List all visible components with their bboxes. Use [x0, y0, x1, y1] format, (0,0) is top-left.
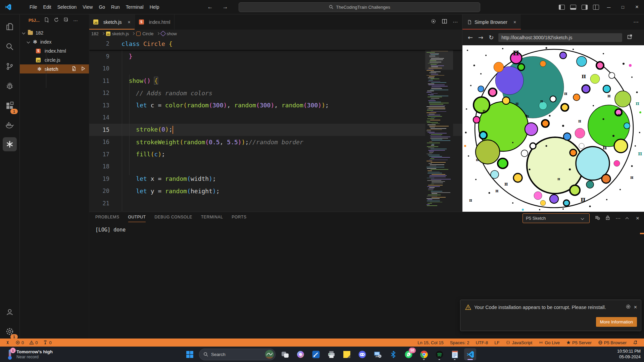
activity-account-icon[interactable] [3, 305, 17, 319]
activity-search-icon[interactable] [3, 40, 17, 54]
tree-item-sketch[interactable]: ✻sketch [20, 64, 89, 73]
activity-extensions-icon[interactable]: 1 [3, 99, 17, 113]
status-javascript[interactable]: JavaScript [506, 340, 532, 345]
more-information-button[interactable]: More Information [596, 317, 637, 327]
command-center-search[interactable]: TheCodingTrain Challenges [239, 2, 480, 12]
breadcrumb-Circle[interactable]: Circle [136, 31, 153, 36]
breadcrumb-show[interactable]: show [161, 31, 177, 36]
panel-tab-ports[interactable]: PORTS [232, 215, 246, 222]
close-panel-icon[interactable]: × [636, 215, 639, 222]
menu-view[interactable]: View [80, 3, 96, 11]
panel-tab-problems[interactable]: PROBLEMS [95, 215, 119, 222]
status-utf-8[interactable]: UTF-8 [476, 340, 488, 345]
split-editor-icon[interactable] [442, 18, 447, 25]
weather-widget[interactable]: 1 Tomorrow's high Near record [7, 349, 53, 360]
tree-item-index.html[interactable]: 5index.html [20, 46, 89, 55]
lock-icon[interactable] [605, 215, 610, 222]
code-editor[interactable]: 2class Circle {9 }1011 show() {12 // Add… [89, 38, 462, 212]
maximize-panel-icon[interactable] [626, 217, 629, 221]
status-go-live[interactable]: Go Live [539, 340, 560, 345]
customize-layout-icon[interactable] [593, 5, 599, 10]
taskbar-search[interactable]: Search [199, 349, 276, 360]
run-settings-icon[interactable] [431, 18, 436, 25]
toggle-secondary-sidebar-icon[interactable] [582, 5, 588, 10]
activity-gear-icon[interactable]: 1 [3, 324, 17, 339]
menu-terminal[interactable]: Terminal [123, 3, 147, 11]
notepad-icon[interactable] [449, 348, 461, 360]
close-tab-icon[interactable]: × [128, 19, 130, 25]
status-lf[interactable]: LF [494, 340, 499, 345]
open-external-icon[interactable] [627, 34, 633, 41]
open-sketch-file-icon[interactable] [71, 66, 77, 72]
url-input[interactable]: http://localhost:3000/182\sketch.js [498, 33, 622, 42]
tree-item-circle.js[interactable]: JScircle.js [20, 55, 89, 64]
tree-item-182[interactable]: 182 [20, 28, 89, 37]
status-remote[interactable] [5, 340, 10, 345]
tab-index.html[interactable]: 5index.html [135, 14, 175, 30]
status-p5-browser[interactable]: P5 Browser [598, 340, 627, 345]
more-actions-icon[interactable]: ⋯ [73, 18, 78, 23]
status-tower[interactable]: 0 [43, 340, 51, 345]
status-ln-15-col-15[interactable]: Ln 15, Col 15 [417, 340, 443, 345]
vscode-icon[interactable] [464, 348, 476, 360]
clear-output-icon[interactable] [595, 215, 600, 222]
menu-help[interactable]: Help [147, 3, 162, 11]
activity-p5-active-icon[interactable] [3, 137, 17, 151]
tab-sketch.js[interactable]: JSsketch.js× [89, 14, 135, 30]
activity-run-debug-icon[interactable] [3, 79, 17, 93]
whatsapp-icon[interactable]: 50 [402, 348, 414, 360]
panel-tab-terminal[interactable]: TERMINAL [201, 215, 223, 222]
copilot-icon[interactable] [294, 348, 306, 360]
menu-go[interactable]: Go [96, 3, 108, 11]
browser-forward-icon[interactable]: → [478, 34, 483, 41]
activity-docker-icon[interactable] [3, 118, 17, 132]
menu-selection[interactable]: Selection [54, 3, 80, 11]
run-sketch-icon[interactable] [81, 66, 86, 72]
pc-settings-icon[interactable] [371, 348, 384, 360]
spotify-icon[interactable] [433, 348, 445, 360]
panel-tab-output[interactable]: OUTPUT [128, 215, 146, 222]
minimize-button[interactable]: ─ [602, 0, 616, 14]
close-tab-icon[interactable]: × [513, 19, 516, 25]
snipping-tool-icon[interactable] [310, 348, 322, 360]
notification-settings-icon[interactable] [626, 304, 631, 310]
browser-more-actions-icon[interactable]: ⋯ [633, 19, 639, 25]
browser-back-icon[interactable]: ← [468, 34, 473, 41]
menu-edit[interactable]: Edit [40, 3, 54, 11]
status-bell[interactable] [633, 340, 638, 345]
sticky-notes-icon[interactable] [341, 348, 353, 360]
menu-run[interactable]: Run [108, 3, 123, 11]
status-p5-server[interactable]: P5 Server [566, 340, 592, 345]
breadcrumb-182[interactable]: 182 [91, 31, 99, 36]
output-channel-dropdown[interactable]: P5 Sketch [523, 213, 590, 223]
status-spaces-2[interactable]: Spaces: 2 [450, 340, 469, 345]
history-back-icon[interactable]: ← [202, 4, 217, 10]
discord-icon[interactable] [356, 348, 368, 360]
notification-close-icon[interactable]: × [634, 304, 637, 310]
activity-explorer-icon[interactable] [3, 20, 17, 34]
refresh-icon[interactable] [54, 17, 59, 24]
new-sketch-icon[interactable] [44, 17, 49, 24]
more-editor-actions-icon[interactable]: ⋯ [453, 19, 458, 25]
bluetooth-icon[interactable] [387, 348, 399, 360]
taskbar-clock[interactable]: 10:50:11 PM 05-09-2024 [617, 347, 641, 362]
status-warn[interactable]: 0 [29, 340, 38, 345]
panel-more-icon[interactable]: ⋯ [615, 215, 621, 221]
printer-icon[interactable] [325, 348, 337, 360]
breadcrumb-sketch.js[interactable]: JSsketch.js [106, 31, 129, 36]
toggle-panel-icon[interactable] [570, 5, 576, 10]
close-button[interactable]: × [630, 0, 644, 14]
menu-file[interactable]: File [27, 3, 40, 11]
status-error[interactable]: 0 [15, 340, 24, 345]
tree-item-index[interactable]: ✻index [20, 37, 89, 46]
panel-tab-debug-console[interactable]: DEBUG CONSOLE [154, 215, 192, 222]
toggle-sidebar-icon[interactable] [559, 5, 565, 10]
browser-reload-icon[interactable]: ↻ [489, 34, 494, 41]
start-button[interactable] [184, 348, 196, 360]
p5-sketch-canvas[interactable]: ππππππππππππππππππππ [462, 45, 644, 212]
collapse-folders-icon[interactable] [63, 17, 69, 24]
widgets-icon[interactable] [279, 348, 291, 360]
history-forward-icon[interactable]: → [217, 4, 233, 10]
tab-simple-browser[interactable]: Simple Browser × [462, 14, 521, 30]
chrome-icon[interactable] [418, 348, 430, 360]
